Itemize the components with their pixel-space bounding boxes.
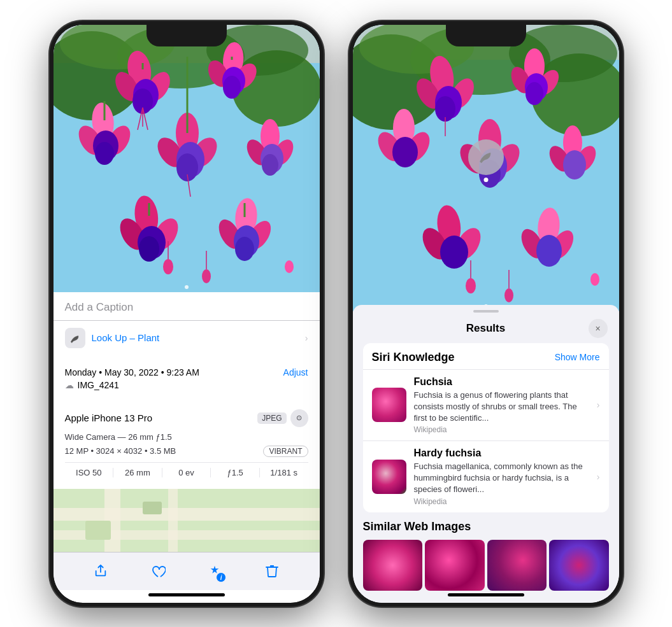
camera-settings-icon: ⊙	[290, 409, 308, 427]
lookup-chevron: ›	[305, 333, 308, 343]
leaf-icon	[69, 332, 82, 344]
device-name: Apple iPhone 13 Pro	[65, 412, 153, 423]
hardy-thumb-bg	[372, 460, 406, 494]
fuchsia-name: Fuchsia	[414, 376, 589, 388]
svg-point-40	[139, 236, 159, 262]
svg-rect-61	[168, 489, 178, 553]
svg-point-35	[262, 154, 278, 176]
format-badges: JPEG ⊙	[257, 409, 308, 427]
mp-text: 12 MP • 3024 × 4032 • 3.5 MB	[65, 446, 176, 456]
fuchsia-description: Fuchsia is a genus of flowering plants t…	[414, 390, 589, 425]
adjust-button[interactable]: Adjust	[283, 367, 308, 377]
info-badge-letter: i	[220, 574, 222, 581]
results-panel: Results × Siri Knowledge Show More	[353, 305, 619, 603]
similar-web-title: Similar Web Images	[363, 520, 609, 533]
share-icon	[94, 564, 108, 578]
hardy-chevron: ›	[597, 472, 600, 482]
web-image-1[interactable]	[363, 540, 423, 591]
svg-point-53	[202, 269, 211, 283]
left-phone: Add a Caption Look Up – Plant ›	[50, 21, 324, 607]
svg-point-106	[590, 273, 599, 286]
exif-iso: ISO 50	[65, 468, 114, 477]
svg-point-104	[466, 278, 476, 293]
svg-rect-63	[85, 521, 111, 540]
visual-lookup-button[interactable]	[468, 139, 504, 175]
lookup-label: Look Up – Plant	[92, 332, 160, 343]
svg-rect-60	[54, 508, 320, 521]
knowledge-item-hardy[interactable]: Hardy fuchsia Fuchsia magellanica, commo…	[363, 440, 609, 512]
similar-web-section: Similar Web Images	[353, 512, 619, 596]
trash-icon	[266, 564, 278, 578]
close-button[interactable]: ×	[589, 319, 608, 338]
home-indicator-right	[448, 593, 524, 596]
device-row: Apple iPhone 13 Pro JPEG ⊙	[65, 409, 308, 427]
share-button[interactable]	[89, 560, 112, 582]
exif-row: ISO 50 26 mm 0 ev ƒ1.5 1/181 s	[65, 462, 308, 477]
siri-knowledge-title: Siri Knowledge	[372, 351, 455, 364]
device-section: Apple iPhone 13 Pro JPEG ⊙ Wide Camera —…	[54, 403, 320, 484]
leaf-lookup-icon	[476, 148, 496, 167]
svg-point-86	[392, 137, 418, 167]
camera-specs: Wide Camera — 26 mm ƒ1.5	[65, 432, 308, 442]
fuchsia-thumbnail	[372, 388, 406, 422]
left-screen: Add a Caption Look Up – Plant ›	[54, 25, 320, 603]
hardy-source: Wikipedia	[414, 497, 589, 506]
exif-ev: 0 ev	[162, 468, 211, 477]
web-image-3[interactable]	[487, 540, 547, 591]
format-badge: JPEG	[257, 412, 286, 424]
caption-area[interactable]: Add a Caption	[54, 292, 320, 321]
exif-shutter: 1/181 s	[260, 468, 308, 477]
hardy-content: Hardy fuchsia Fuchsia magellanica, commo…	[414, 447, 589, 506]
hardy-name: Hardy fuchsia	[414, 447, 589, 459]
fuchsia-thumb-bg	[372, 388, 406, 422]
svg-rect-64	[143, 502, 162, 514]
mp-row: 12 MP • 3024 × 4032 • 3.5 MB VIBRANT	[65, 446, 308, 457]
notch	[147, 25, 227, 46]
siri-knowledge-header: Siri Knowledge Show More	[363, 343, 609, 369]
photo-date: Monday • May 30, 2022 • 9:23 AM	[65, 367, 199, 377]
svg-point-95	[563, 150, 586, 180]
filename-row: ☁ IMG_4241	[65, 380, 308, 390]
web-image-2[interactable]	[425, 540, 485, 591]
fuchsia-source: Wikipedia	[414, 425, 589, 434]
info-button[interactable]: i	[203, 560, 226, 582]
knowledge-item-fuchsia[interactable]: Fuchsia Fuchsia is a genus of flowering …	[363, 369, 609, 441]
favorite-button[interactable]	[147, 560, 169, 582]
map-svg	[54, 489, 320, 553]
show-more-button[interactable]: Show More	[555, 352, 600, 362]
style-badge: VIBRANT	[263, 446, 308, 457]
flower-image-left[interactable]	[54, 25, 320, 292]
svg-point-57	[185, 285, 189, 289]
svg-point-24	[95, 142, 114, 165]
exif-aperture: ƒ1.5	[211, 468, 260, 477]
right-phone: Results × Siri Knowledge Show More	[349, 21, 623, 607]
web-image-4[interactable]	[549, 540, 609, 591]
map-background	[54, 489, 320, 553]
delete-button[interactable]	[261, 560, 283, 582]
hardy-description: Fuchsia magellanica, commonly known as t…	[414, 461, 589, 496]
visual-lookup-dot	[483, 178, 488, 182]
web-images-row	[363, 540, 609, 591]
toolbar: i	[54, 552, 320, 590]
lookup-row[interactable]: Look Up – Plant ›	[54, 321, 320, 355]
flower-image-right[interactable]	[353, 25, 619, 311]
home-indicator-left	[148, 593, 225, 596]
hardy-thumbnail	[372, 460, 406, 494]
meta-section: Monday • May 30, 2022 • 9:23 AM Adjust ☁…	[54, 360, 320, 398]
notch-right	[446, 25, 526, 46]
exif-focal: 26 mm	[113, 468, 162, 477]
info-panel: Add a Caption Look Up – Plant ›	[54, 292, 320, 553]
svg-point-52	[163, 259, 173, 274]
fuchsia-content: Fuchsia Fuchsia is a genus of flowering …	[414, 376, 589, 435]
caption-placeholder: Add a Caption	[65, 301, 134, 313]
results-title: Results	[383, 322, 589, 335]
svg-point-54	[285, 260, 294, 273]
filename-text: IMG_4241	[78, 380, 119, 390]
info-badge: i	[216, 572, 226, 582]
svg-point-19	[223, 76, 241, 99]
results-header: Results ×	[353, 313, 619, 343]
map-section[interactable]	[54, 489, 320, 553]
cloud-icon: ☁	[65, 380, 74, 390]
visual-lookup-icon	[65, 328, 85, 348]
right-screen: Results × Siri Knowledge Show More	[353, 25, 619, 603]
